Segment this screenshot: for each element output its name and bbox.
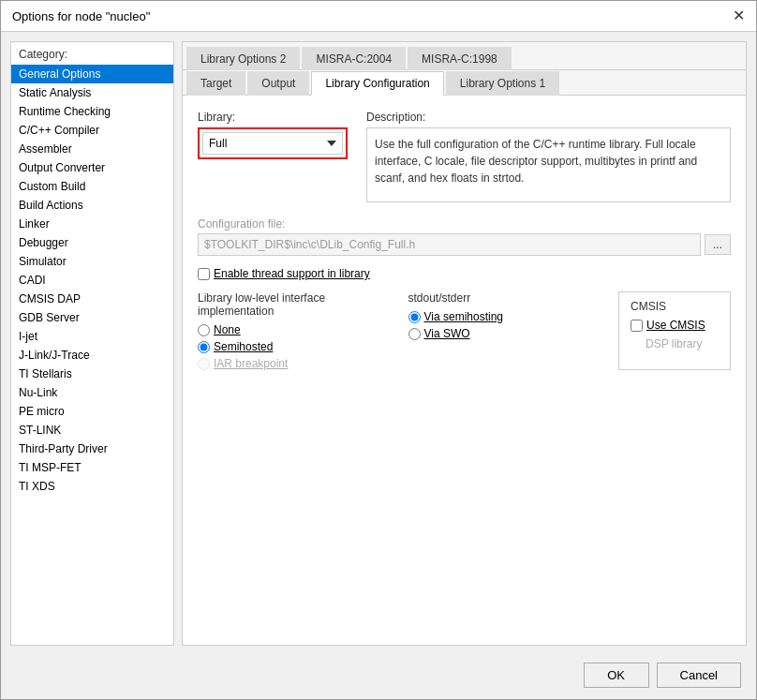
tab-target[interactable]: Target: [186, 71, 245, 96]
category-item-output-converter[interactable]: Output Converter: [11, 158, 173, 177]
tabs-row-2: TargetOutputLibrary ConfigurationLibrary…: [183, 70, 746, 96]
radio-group-left: None Semihosted IAR breakpoint: [198, 323, 390, 370]
library-dropdown-wrapper: NoneNormalFullFull (AEABI): [198, 127, 348, 159]
dialog-title: Options for node "nucleo": [12, 9, 150, 23]
category-item-jlink-jtrace[interactable]: J-Link/J-Trace: [11, 346, 173, 365]
radio-iar-breakpoint: IAR breakpoint: [198, 357, 390, 370]
radio-via-swo-input[interactable]: [408, 328, 421, 340]
tab-library-configuration[interactable]: Library Configuration: [311, 71, 443, 96]
ok-button[interactable]: OK: [584, 663, 649, 688]
close-button[interactable]: ✕: [733, 8, 745, 23]
category-item-cpp-compiler[interactable]: C/C++ Compiler: [11, 121, 173, 140]
description-label: Description:: [366, 111, 731, 124]
enable-thread-row: Enable thread support in library: [198, 267, 731, 280]
impl-right: stdout/stderr Via semihosting Via SWO: [408, 291, 601, 370]
enable-thread-label[interactable]: Enable thread support in library: [214, 267, 370, 280]
category-item-st-link[interactable]: ST-LINK: [11, 421, 173, 439]
tabs-row-1: Library Options 2MISRA-C:2004MISRA-C:199…: [183, 42, 746, 70]
radio-via-swo: Via SWO: [408, 327, 601, 340]
category-item-general-options[interactable]: General Options: [11, 65, 173, 83]
semihosted-label[interactable]: Semihosted: [214, 340, 273, 353]
config-file-input[interactable]: [198, 233, 701, 256]
cancel-button[interactable]: Cancel: [657, 663, 741, 688]
tab-library-options-2[interactable]: Library Options 2: [186, 47, 300, 70]
category-item-cadi[interactable]: CADI: [11, 271, 173, 290]
category-item-pe-micro[interactable]: PE micro: [11, 402, 173, 421]
iar-breakpoint-label: IAR breakpoint: [214, 357, 288, 370]
category-item-debugger[interactable]: Debugger: [11, 233, 173, 252]
category-item-custom-build[interactable]: Custom Build: [11, 177, 173, 196]
category-item-simulator[interactable]: Simulator: [11, 252, 173, 271]
none-label[interactable]: None: [214, 323, 241, 336]
radio-via-semihosting: Via semihosting: [408, 310, 601, 323]
implementation-section: Library low-level interface implementati…: [198, 291, 731, 370]
dsp-library-label: DSP library: [631, 337, 719, 350]
title-bar: Options for node "nucleo" ✕: [1, 1, 756, 32]
options-dialog: Options for node "nucleo" ✕ Category: Ge…: [0, 0, 757, 700]
category-list: General OptionsStatic AnalysisRuntime Ch…: [11, 65, 173, 496]
category-item-cmsis-dap[interactable]: CMSIS DAP: [11, 290, 173, 308]
main-panel: Library Options 2MISRA-C:2004MISRA-C:199…: [182, 41, 747, 646]
use-cmsis-checkbox[interactable]: [631, 320, 643, 332]
category-item-third-party-driver[interactable]: Third-Party Driver: [11, 439, 173, 458]
description-section: Description: Use the full configuration …: [366, 111, 731, 202]
category-item-gdb-server[interactable]: GDB Server: [11, 308, 173, 327]
config-input-row: ...: [198, 233, 731, 256]
radio-semihosted-input[interactable]: [198, 341, 210, 353]
radio-semihosted: Semihosted: [198, 340, 390, 353]
tab-output[interactable]: Output: [247, 71, 309, 96]
category-panel: Category: General OptionsStatic Analysis…: [10, 41, 174, 646]
library-section: Library: NoneNormalFullFull (AEABI): [198, 111, 348, 202]
library-dropdown[interactable]: NoneNormalFullFull (AEABI): [202, 132, 343, 155]
category-item-static-analysis[interactable]: Static Analysis: [11, 83, 173, 102]
stdout-label: stdout/stderr: [408, 291, 601, 305]
tab-misra-c-2004[interactable]: MISRA-C:2004: [302, 47, 406, 70]
category-item-ti-msp-fet[interactable]: TI MSP-FET: [11, 458, 173, 477]
dialog-body: Category: General OptionsStatic Analysis…: [1, 32, 756, 655]
config-file-label: Configuration file:: [198, 217, 731, 231]
radio-group-right: Via semihosting Via SWO: [408, 310, 601, 340]
impl-title: Library low-level interface implementati…: [198, 291, 390, 318]
category-item-runtime-checking[interactable]: Runtime Checking: [11, 102, 173, 121]
radio-iar-input: [198, 358, 210, 370]
tab-content: Library: NoneNormalFullFull (AEABI) Desc…: [183, 96, 746, 645]
dialog-footer: OK Cancel: [1, 655, 756, 699]
tab-library-options-1[interactable]: Library Options 1: [446, 71, 559, 96]
category-item-linker[interactable]: Linker: [11, 215, 173, 233]
impl-left: Library low-level interface implementati…: [198, 291, 390, 370]
radio-via-semihosting-input[interactable]: [408, 311, 421, 323]
config-browse-button[interactable]: ...: [705, 234, 731, 255]
use-cmsis-label[interactable]: Use CMSIS: [646, 319, 705, 332]
radio-none-input[interactable]: [198, 324, 210, 336]
category-item-ti-stellaris[interactable]: TI Stellaris: [11, 365, 173, 383]
via-semihosting-label[interactable]: Via semihosting: [424, 310, 504, 323]
use-cmsis-row: Use CMSIS: [631, 319, 719, 332]
cmsis-title: CMSIS: [631, 300, 719, 313]
via-swo-label[interactable]: Via SWO: [424, 327, 470, 340]
category-item-ti-xds[interactable]: TI XDS: [11, 477, 173, 496]
library-label: Library:: [198, 111, 348, 124]
category-item-nu-link[interactable]: Nu-Link: [11, 383, 173, 402]
category-label: Category:: [11, 42, 173, 65]
content-row: Library: NoneNormalFullFull (AEABI) Desc…: [198, 111, 731, 202]
enable-thread-checkbox[interactable]: [198, 268, 210, 280]
category-item-build-actions[interactable]: Build Actions: [11, 196, 173, 215]
category-item-i-jet[interactable]: I-jet: [11, 327, 173, 346]
category-item-assembler[interactable]: Assembler: [11, 140, 173, 158]
radio-none: None: [198, 323, 390, 336]
cmsis-section: CMSIS Use CMSIS DSP library: [618, 291, 731, 370]
tab-misra-c-1998[interactable]: MISRA-C:1998: [408, 47, 512, 70]
description-text: Use the full configuration of the C/C++ …: [366, 127, 731, 202]
config-section: Configuration file: ...: [198, 217, 731, 256]
